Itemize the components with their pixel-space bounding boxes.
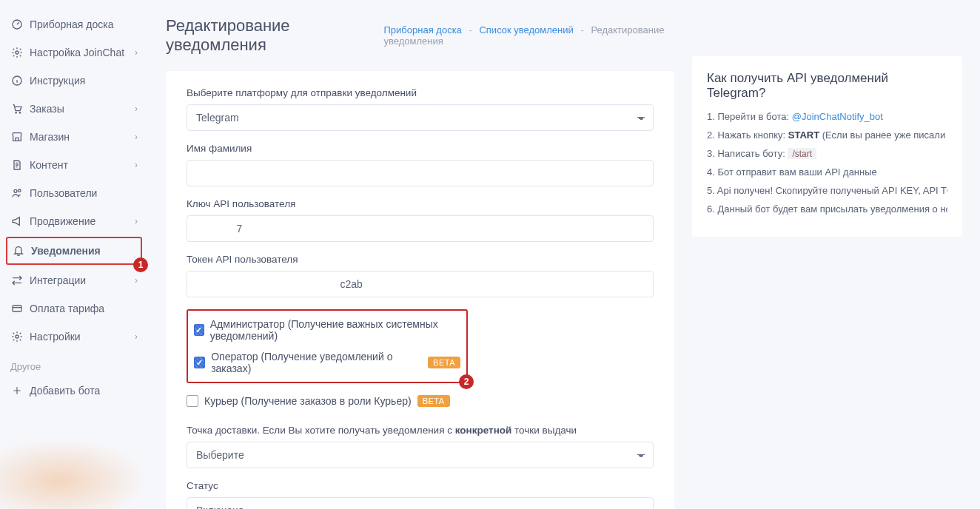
sidebar-item-users[interactable]: Пользователи [0,179,148,207]
breadcrumb-list[interactable]: Список уведомлений [479,24,573,36]
beta-badge: BETA [417,395,450,407]
main-area: Редактирование уведомления Приборная дос… [148,0,980,509]
decorative-smudge [0,438,148,509]
help-panel: Как получить API уведолмений Telegram? П… [692,56,962,237]
delivery-point-label: Точка доставки. Если Вы хотите получать … [187,425,654,436]
sidebar-item-label: Настройка JoinChat [30,47,124,58]
sidebar-item-dashboard[interactable]: Приборная доска [0,10,148,38]
sidebar-item-instruction[interactable]: Инструкция [0,67,148,95]
name-label: Имя фамилия [187,143,654,154]
svg-rect-7 [13,306,21,311]
name-input[interactable] [187,160,654,186]
admin-checkbox-label: Администратор (Получение важных системны… [210,318,460,342]
sidebar-item-label: Пользователи [30,187,97,199]
breadcrumb: Приборная доска - Список уведомлений - Р… [384,24,674,47]
gear-icon [10,46,24,59]
help-step-6: Данный бот будет вам присылать уведолмен… [707,203,947,215]
status-select[interactable]: Включено [187,497,654,509]
help-step-1: Перейти в бота: @JoinChatNotify_bot [707,111,947,122]
page-title: Редактирование уведомления [166,16,360,55]
gear-icon [10,330,24,343]
help-step-3: Написать боту: /start [707,148,947,159]
annotation-badge-2: 2 [459,374,474,389]
chevron-right-icon: › [135,47,138,58]
sidebar-item-label: Контент [30,159,68,171]
sidebar-item-add-bot[interactable]: Добавить бота [0,377,148,405]
platform-label: Выберите платформу для отправки уведолме… [187,87,654,98]
sidebar-item-orders[interactable]: Заказы › [0,95,148,123]
role-checkbox-group: Администратор (Получение важных системны… [187,309,468,383]
chevron-right-icon: › [135,132,138,142]
sidebar-item-label: Добавить бота [30,385,100,397]
chevron-right-icon: › [135,275,138,286]
api-key-label: Ключ API пользователя [187,198,654,209]
help-step-2: Нажать кнопку: START (Если вы ранее уже … [707,129,947,141]
help-step-4: Бот отправит вам ваши API данные [707,166,947,178]
chevron-right-icon: › [135,104,138,114]
form-panel: Выберите платформу для отправки уведолме… [166,71,674,509]
cart-icon [10,102,24,115]
sidebar-item-settings[interactable]: Настройки › [0,323,148,351]
sidebar-item-notifications[interactable]: Уведомления 1 [6,237,142,265]
plus-icon [10,384,24,397]
sidebar-item-label: Магазин [30,131,70,143]
delivery-point-select[interactable]: Выберите [187,442,654,468]
info-icon [10,74,24,87]
sidebar-item-billing[interactable]: Оплата тарифа [0,294,148,323]
gauge-icon [10,18,24,31]
courier-checkbox-label: Курьер (Получение заказов в роли Курьер) [204,395,412,407]
svg-point-5 [14,189,17,192]
sidebar-item-label: Оплата тарифа [30,303,104,314]
bot-link[interactable]: @JoinChatNotify_bot [792,111,883,122]
sidebar-item-label: Инструкция [30,75,85,87]
sidebar-item-promo[interactable]: Продвижение › [0,207,148,235]
svg-point-3 [16,112,16,113]
sidebar-item-joinchat[interactable]: Настройка JoinChat › [0,38,148,67]
sidebar-item-label: Интеграции [30,274,86,286]
beta-badge: BETA [428,357,460,368]
status-label: Статус [187,480,654,491]
chevron-right-icon: › [135,160,138,170]
loop-icon [10,274,24,287]
help-title: Как получить API уведолмений Telegram? [707,71,947,101]
sidebar-item-label: Настройки [30,331,81,343]
sidebar-item-content[interactable]: Контент › [0,151,148,179]
api-token-label: Токен API пользователя [187,254,654,265]
platform-select[interactable]: Telegram [187,104,654,131]
megaphone-icon [10,215,24,228]
operator-checkbox-label: Оператор (Получение уведомлений о заказа… [211,351,422,374]
sidebar-item-label: Приборная доска [30,18,113,30]
api-key-input[interactable] [187,215,654,242]
courier-checkbox[interactable] [187,395,198,407]
sidebar: Приборная доска Настройка JoinChat › Инс… [0,0,148,509]
svg-point-1 [16,51,19,54]
chevron-right-icon: › [135,331,138,342]
sidebar-item-label: Уведомления [31,245,101,257]
bell-icon [12,244,25,257]
chevron-right-icon: › [135,216,138,226]
card-icon [10,302,24,315]
breadcrumb-dashboard[interactable]: Приборная доска [384,24,462,36]
sidebar-item-label: Продвижение [30,215,95,227]
svg-point-6 [19,189,21,192]
document-icon [10,158,24,172]
api-token-input[interactable] [187,271,654,297]
operator-checkbox[interactable] [194,357,205,368]
admin-checkbox[interactable] [194,324,204,336]
sidebar-item-shop[interactable]: Магазин › [0,123,148,151]
sidebar-item-integrations[interactable]: Интеграции › [0,266,148,294]
users-icon [10,186,24,200]
help-step-5: Api получен! Скопируйте полученый API KE… [707,185,947,196]
store-icon [10,130,24,144]
svg-point-4 [19,112,20,113]
sidebar-item-label: Заказы [30,103,64,115]
sidebar-section-other: Другое [0,351,148,377]
svg-point-8 [16,335,19,338]
